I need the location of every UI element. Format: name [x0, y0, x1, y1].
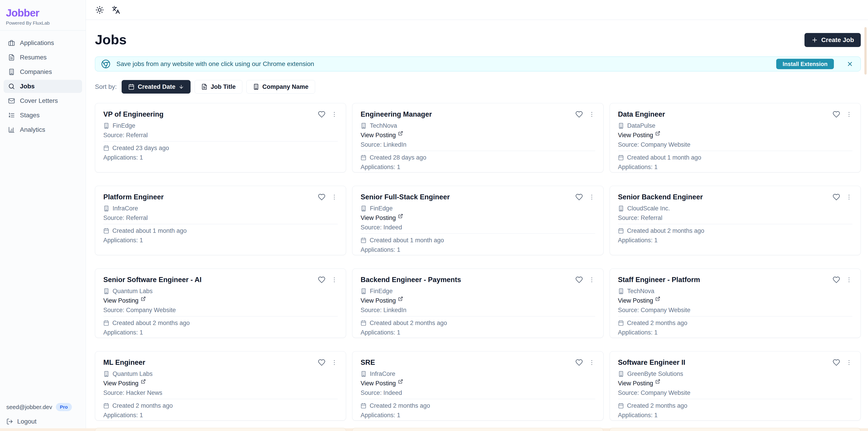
more-options-button[interactable]	[846, 276, 852, 283]
external-link-icon	[141, 296, 146, 301]
applications-count: Applications: 1	[361, 329, 595, 336]
company-name: FinEdge	[113, 122, 135, 129]
external-link-icon	[398, 214, 403, 219]
sidebar-footer: seed@jobber.dev Pro Logout	[0, 398, 86, 431]
job-card[interactable]: ML Engineer Quantum Labs View Posting So…	[95, 351, 346, 421]
banner-close-button[interactable]	[846, 61, 853, 67]
favorite-button[interactable]	[833, 359, 840, 366]
applications-count: Applications: 1	[103, 411, 338, 419]
job-card[interactable]: Software Engineer II GreenByte Solutions…	[610, 351, 861, 421]
more-options-button[interactable]	[588, 194, 595, 201]
applications-count: Applications: 1	[618, 329, 852, 336]
create-job-button[interactable]: Create Job	[804, 33, 861, 47]
logout-label: Logout	[17, 418, 37, 425]
more-options-button[interactable]	[331, 111, 338, 118]
sidebar-item-label: Stages	[20, 112, 39, 119]
favorite-button[interactable]	[575, 276, 583, 284]
job-card[interactable]: Senior Backend Engineer CloudScale Inc. …	[610, 186, 861, 255]
created-text: Created about 1 month ago	[370, 237, 444, 244]
calendar-icon	[618, 228, 624, 234]
more-options-button[interactable]	[588, 276, 595, 283]
job-card[interactable]: Engineering Manager TechNova View Postin…	[352, 103, 603, 173]
more-options-button[interactable]	[588, 111, 595, 118]
view-posting-link[interactable]: View Posting	[361, 131, 403, 139]
favorite-button[interactable]	[318, 276, 326, 284]
card-divider	[618, 151, 852, 151]
job-card[interactable]: VP of Engineering FinEdge Source: Referr…	[95, 103, 346, 173]
favorite-button[interactable]	[833, 276, 840, 284]
heart-icon	[833, 359, 840, 366]
language-button[interactable]	[112, 6, 120, 14]
favorite-button[interactable]	[318, 111, 326, 118]
card-divider	[361, 151, 595, 151]
favorite-button[interactable]	[575, 111, 583, 118]
view-posting-link[interactable]: View Posting	[361, 214, 403, 222]
job-card[interactable]: Senior Software Engineer - AI Quantum La…	[95, 269, 346, 338]
more-options-button[interactable]	[846, 111, 852, 118]
sidebar-item-applications[interactable]: Applications	[4, 36, 82, 50]
favorite-button[interactable]	[575, 193, 583, 201]
sidebar-nav: Applications Resumes Companies Jobs Cove…	[0, 31, 86, 136]
more-options-button[interactable]	[331, 276, 338, 283]
created-text: Created 2 months ago	[627, 402, 687, 409]
sidebar-item-analytics[interactable]: Analytics	[4, 123, 82, 136]
view-posting-link[interactable]: View Posting	[361, 297, 403, 304]
favorite-button[interactable]	[318, 193, 326, 201]
job-title: Software Engineer II	[618, 358, 685, 367]
created-text: Created 28 days ago	[370, 154, 426, 161]
view-posting-link[interactable]: View Posting	[618, 297, 660, 304]
more-options-button[interactable]	[846, 194, 852, 201]
sidebar-item-resumes[interactable]: Resumes	[4, 51, 82, 64]
job-card[interactable]: Staff Engineer - Platform TechNova View …	[610, 269, 861, 338]
page-title: Jobs	[95, 33, 127, 47]
job-card[interactable]: Backend Engineer - Payments FinEdge View…	[352, 269, 603, 338]
view-posting-link[interactable]: View Posting	[103, 297, 146, 304]
view-posting-link[interactable]: View Posting	[361, 379, 403, 387]
job-card[interactable]: Data Engineer DataPulse View Posting Sou…	[610, 103, 861, 173]
more-options-button[interactable]	[331, 359, 338, 366]
job-card[interactable]: SRE InfraCore View Posting Source: Indee…	[352, 351, 603, 421]
job-card[interactable]: Senior Full-Stack Engineer FinEdge View …	[352, 186, 603, 255]
calendar-icon	[618, 403, 624, 409]
view-posting-link[interactable]: View Posting	[618, 379, 660, 387]
sort-job-title-button[interactable]: Job Title	[195, 80, 242, 94]
scrollbar-thumb[interactable]	[864, 27, 867, 74]
sort-company-name-button[interactable]: Company Name	[246, 80, 315, 94]
job-title: ML Engineer	[103, 358, 145, 367]
more-vertical-icon	[588, 194, 595, 201]
job-card[interactable]: Platform Engineer InfraCore Source: Refe…	[95, 186, 346, 255]
theme-toggle-button[interactable]	[95, 6, 104, 14]
building-icon	[103, 288, 110, 294]
job-title: Engineering Manager	[361, 110, 432, 119]
bar-chart-icon	[8, 126, 15, 133]
building-icon	[253, 84, 259, 90]
more-options-button[interactable]	[588, 359, 595, 366]
favorite-button[interactable]	[833, 111, 840, 118]
heart-icon	[575, 111, 583, 118]
created-text: Created 23 days ago	[112, 144, 169, 152]
applications-count: Applications: 1	[103, 237, 338, 244]
building-icon	[103, 123, 110, 129]
sidebar-item-label: Resumes	[20, 54, 46, 61]
sidebar-item-jobs[interactable]: Jobs	[4, 80, 82, 93]
created-text: Created about 2 months ago	[112, 319, 190, 327]
job-title: Backend Engineer - Payments	[361, 276, 461, 284]
briefcase-icon	[8, 39, 15, 46]
sidebar-item-cover-letters[interactable]: Cover Letters	[4, 94, 82, 107]
favorite-button[interactable]	[575, 359, 583, 366]
calendar-icon	[618, 155, 624, 160]
favorite-button[interactable]	[318, 359, 326, 366]
favorite-button[interactable]	[833, 193, 840, 201]
more-options-button[interactable]	[846, 359, 852, 366]
building-icon	[618, 371, 624, 377]
card-divider	[361, 316, 595, 316]
more-options-button[interactable]	[331, 194, 338, 201]
sidebar-item-stages[interactable]: Stages	[4, 109, 82, 122]
install-extension-button[interactable]: Install Extension	[776, 59, 834, 69]
sort-created-date-button[interactable]: Created Date	[122, 80, 191, 94]
view-posting-link[interactable]: View Posting	[103, 379, 146, 387]
view-posting-link[interactable]: View Posting	[618, 131, 660, 139]
heart-icon	[318, 359, 326, 366]
sidebar-item-companies[interactable]: Companies	[4, 65, 82, 79]
logout-button[interactable]: Logout	[6, 418, 37, 425]
